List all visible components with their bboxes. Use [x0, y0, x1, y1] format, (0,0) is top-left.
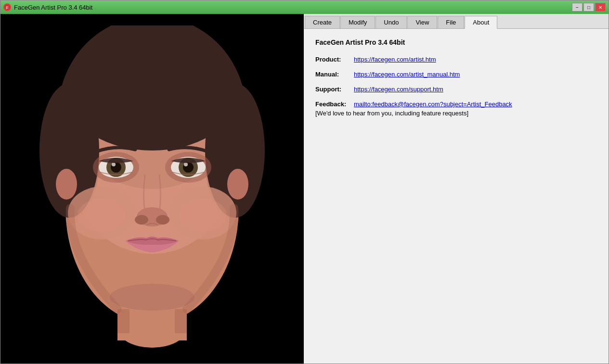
about-manual-row: Manual: https://facegen.com/artist_manua…	[315, 71, 597, 78]
svg-point-32	[156, 215, 169, 225]
about-feedback-label: Feedback:	[315, 100, 354, 108]
minimize-button[interactable]: −	[572, 3, 583, 12]
about-product-link[interactable]: https://facegen.com/artist.htm	[354, 56, 436, 63]
window-controls: − □ ✕	[572, 3, 606, 12]
title-bar-left: F FaceGen Artist Pro 3.4 64bit	[3, 3, 92, 11]
maximize-button[interactable]: □	[583, 3, 594, 12]
about-support-label: Support:	[315, 86, 354, 93]
svg-point-29	[184, 163, 188, 166]
about-product-label: Product:	[315, 56, 354, 63]
svg-point-15	[227, 169, 248, 200]
tab-create[interactable]: Create	[305, 16, 340, 28]
tab-file[interactable]: File	[438, 16, 464, 28]
about-feedback-row: Feedback: mailto:feedback@facegen.com?su…	[315, 100, 597, 108]
about-support-row: Support: https://facegen.com/support.htm	[315, 86, 597, 93]
tab-bar: Create Modify Undo View File About	[304, 14, 609, 29]
tab-about[interactable]: About	[465, 16, 497, 29]
face-viewport[interactable]	[0, 14, 304, 364]
svg-text:F: F	[6, 5, 9, 10]
main-window: F FaceGen Artist Pro 3.4 64bit − □ ✕	[0, 0, 609, 364]
face-svg	[27, 25, 277, 352]
title-bar: F FaceGen Artist Pro 3.4 64bit − □ ✕	[0, 0, 609, 14]
svg-point-19	[179, 199, 227, 232]
app-icon: F	[3, 3, 11, 11]
window-title: FaceGen Artist Pro 3.4 64bit	[14, 4, 92, 11]
right-panel: Create Modify Undo View File About	[304, 14, 609, 364]
about-panel: FaceGen Artist Pro 3.4 64bit Product: ht…	[304, 29, 609, 364]
about-product-row: Product: https://facegen.com/artist.htm	[315, 56, 597, 63]
about-support-link[interactable]: https://facegen.com/support.htm	[354, 86, 443, 93]
about-title: FaceGen Artist Pro 3.4 64bit	[315, 38, 597, 46]
svg-point-34	[110, 284, 194, 311]
svg-rect-36	[175, 309, 187, 333]
svg-point-14	[56, 169, 77, 200]
tab-view[interactable]: View	[407, 16, 437, 28]
svg-rect-35	[117, 309, 130, 333]
svg-point-18	[78, 199, 126, 232]
svg-point-31	[135, 215, 148, 225]
tab-modify[interactable]: Modify	[340, 16, 375, 28]
close-button[interactable]: ✕	[595, 3, 606, 12]
about-manual-link[interactable]: https://facegen.com/artist_manual.htm	[354, 71, 460, 78]
svg-point-28	[112, 163, 116, 166]
main-content: Create Modify Undo View File About	[0, 14, 609, 364]
about-manual-label: Manual:	[315, 71, 354, 78]
tab-undo[interactable]: Undo	[376, 16, 407, 28]
about-feedback-sub: [We'd love to hear from you, including f…	[315, 110, 597, 117]
face-canvas	[0, 14, 304, 364]
about-feedback-link[interactable]: mailto:feedback@facegen.com?subject=Arti…	[354, 100, 512, 108]
